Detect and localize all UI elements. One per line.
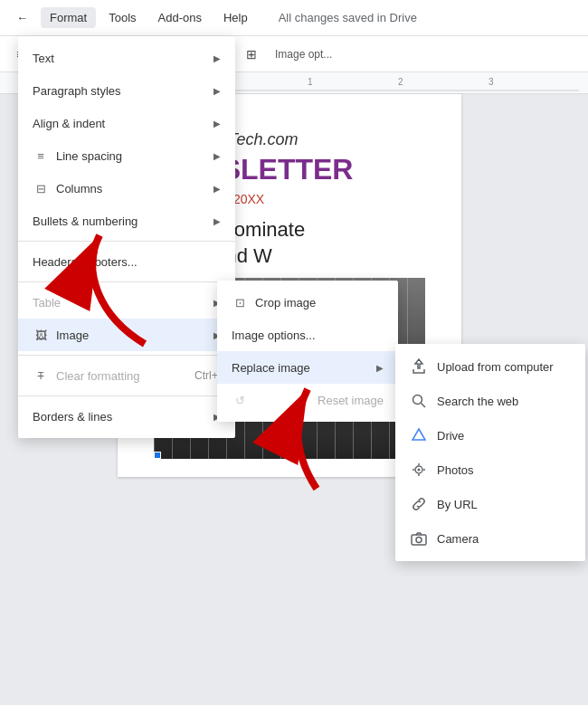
line-spacing-icon: ≡ [33,148,49,164]
align-chevron-icon: ▶ [213,119,221,129]
search-icon [410,392,428,410]
svg-point-9 [418,469,421,472]
photos-item[interactable]: Photos [395,453,585,487]
borders-label: Borders & lines [33,410,112,424]
camera-label: Camera [437,532,479,546]
format-clear-item[interactable]: T Clear formatting Ctrl+\ [18,359,235,392]
drive-item[interactable]: Drive [395,418,585,453]
crop-image-item[interactable]: ⊡ Crop image [217,286,398,319]
svg-line-5 [422,404,426,408]
upload-icon [410,357,428,376]
text-chevron-icon: ▶ [213,53,221,63]
svg-text:1: 1 [308,77,313,87]
image-btn[interactable]: Image opt... [268,42,339,67]
arrow-1 [27,181,172,362]
search-web-item[interactable]: Search the web [395,384,585,418]
svg-point-11 [416,538,422,543]
svg-marker-7 [413,429,425,440]
menu-bar: ← Format Tools Add-ons Help All changes … [0,0,588,36]
paragraph-styles-label: Paragraph styles [33,84,121,98]
by-url-item[interactable]: By URL [395,487,585,521]
camera-icon [410,529,428,548]
camera-item[interactable]: Camera [395,521,585,556]
image-options-item[interactable]: Image options... [217,319,398,351]
back-button[interactable]: ← [7,7,37,28]
upload-computer-label: Upload from computer [437,360,554,374]
photos-icon [410,461,428,479]
image-options-btn[interactable]: ⊞ [239,42,264,67]
format-line-spacing-item[interactable]: ≡ Line spacing ▶ [18,139,235,172]
format-text-item[interactable]: Text ▶ [18,42,235,74]
format-text-label: Text [33,52,54,65]
crop-icon: ⊡ [232,294,248,310]
svg-point-4 [413,395,422,405]
columns-chevron-icon: ▶ [213,184,221,194]
align-label: Align & indent [33,117,105,130]
replace-chevron-icon: ▶ [376,363,384,373]
svg-text:2: 2 [398,77,403,87]
addons-menu-trigger[interactable]: Add-ons [149,7,211,28]
link-icon [410,495,428,513]
line-spacing-chevron-icon: ▶ [213,151,221,161]
svg-marker-6 [413,429,425,440]
tools-menu-trigger[interactable]: Tools [100,7,145,28]
format-menu-trigger[interactable]: Format [41,7,96,28]
replace-image-submenu: Upload from computer Search the web Driv… [395,344,585,561]
menu-divider-4 [18,395,235,396]
search-web-label: Search the web [437,395,518,408]
format-align-item[interactable]: Align & indent ▶ [18,107,235,139]
image-options-label: Image options... [232,329,316,342]
image-resize-handle[interactable] [154,452,161,459]
format-paragraph-styles-item[interactable]: Paragraph styles ▶ [18,74,235,107]
drive-icon [410,426,428,444]
upload-computer-item[interactable]: Upload from computer [395,349,585,384]
bullets-chevron-icon: ▶ [213,216,221,226]
drive-label: Drive [437,429,464,443]
by-url-label: By URL [437,498,478,511]
paragraph-chevron-icon: ▶ [213,86,221,96]
svg-rect-10 [412,535,426,545]
line-spacing-label: Line spacing [56,149,122,163]
svg-text:3: 3 [488,77,494,87]
help-menu-trigger[interactable]: Help [214,7,257,28]
crop-image-label: Crop image [255,296,316,310]
photos-label: Photos [437,463,473,477]
format-borders-item[interactable]: Borders & lines ▶ [18,400,235,433]
save-status: All changes saved in Drive [279,11,417,24]
arrow-2 [226,353,371,498]
clear-label: Clear formatting [56,369,139,383]
clear-icon: T [33,367,49,384]
